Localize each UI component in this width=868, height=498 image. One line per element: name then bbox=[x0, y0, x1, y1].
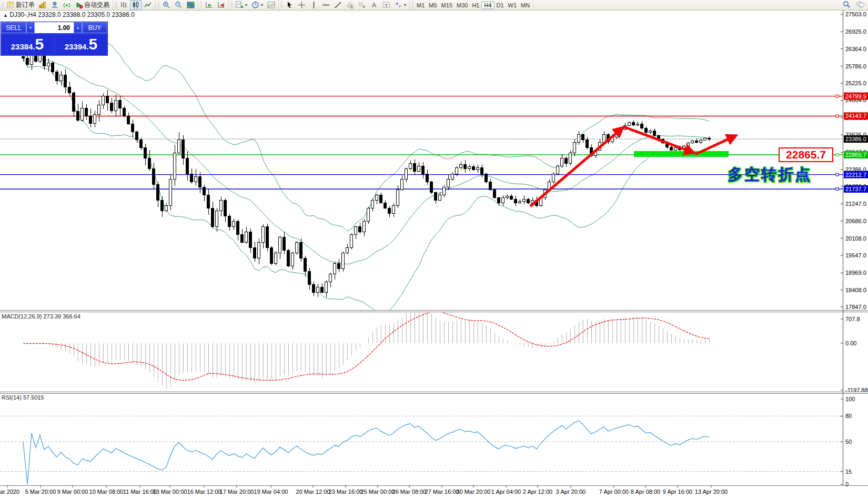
zoom-in-icon bbox=[163, 1, 170, 9]
svg-text:1 Apr 04:00: 1 Apr 04:00 bbox=[491, 489, 521, 495]
symbol-period: DJ30-,H4 bbox=[9, 11, 36, 18]
svg-text:19547.0: 19547.0 bbox=[845, 252, 866, 258]
svg-text:26 Mar 08:00: 26 Mar 08:00 bbox=[392, 489, 427, 495]
svg-text:2 Apr 12:00: 2 Apr 12:00 bbox=[523, 489, 552, 495]
svg-text:100: 100 bbox=[845, 396, 855, 402]
zoom-out-button[interactable] bbox=[173, 0, 185, 10]
macd-label: MACD(12,26,9) 273.39 366.64 bbox=[2, 313, 80, 320]
svg-text:21737.7: 21737.7 bbox=[845, 186, 866, 192]
timeframe-h4[interactable]: H4 bbox=[481, 2, 494, 9]
fibonacci-button[interactable]: F bbox=[356, 0, 368, 10]
timeframe-mn[interactable]: MN bbox=[519, 2, 532, 8]
svg-text:22865.7: 22865.7 bbox=[845, 152, 866, 158]
horizontal-line-button[interactable] bbox=[320, 0, 332, 10]
svg-text:20108.0: 20108.0 bbox=[845, 235, 866, 242]
ohlc-high: 23388.0 bbox=[63, 11, 85, 18]
buy-price[interactable]: 23394. 5 bbox=[55, 34, 107, 56]
charts-icon-icon bbox=[39, 1, 47, 9]
crosshair-button[interactable] bbox=[296, 0, 308, 10]
signals-icon[interactable] bbox=[61, 0, 73, 10]
svg-text:26925.0: 26925.0 bbox=[845, 28, 866, 35]
timeframe-d1[interactable]: D1 bbox=[494, 2, 506, 8]
profile-icon[interactable] bbox=[49, 0, 61, 10]
svg-text:27 Mar 16:00: 27 Mar 16:00 bbox=[425, 489, 459, 495]
svg-text:50: 50 bbox=[845, 439, 852, 445]
svg-text:24143.7: 24143.7 bbox=[845, 113, 866, 119]
chart-shift-button[interactable] bbox=[215, 0, 227, 10]
periods-button[interactable]: ▾ bbox=[249, 0, 265, 10]
signals-icon-icon bbox=[63, 1, 71, 9]
volume-input[interactable]: 1.00 bbox=[35, 22, 74, 33]
timeframe-m1[interactable]: M1 bbox=[415, 2, 427, 8]
svg-text:24799.9: 24799.9 bbox=[845, 93, 866, 99]
svg-text:10 Mar 08:00: 10 Mar 08:00 bbox=[89, 489, 124, 495]
price-label-21737.7: 21737.7 bbox=[844, 185, 868, 193]
chat-icon[interactable] bbox=[856, 1, 865, 10]
equidistant-channel-button[interactable]: E bbox=[344, 0, 356, 10]
text-button[interactable]: A bbox=[368, 0, 380, 10]
insert-group: ▾▾ bbox=[229, 0, 279, 10]
templates-button[interactable] bbox=[265, 0, 277, 10]
chart-type-group bbox=[113, 0, 156, 10]
tile-windows-button[interactable] bbox=[185, 0, 197, 10]
timeframe-m5[interactable]: M5 bbox=[427, 2, 439, 8]
zoom-in-button[interactable] bbox=[160, 0, 173, 10]
support-price-callout[interactable]: 22865.7 bbox=[779, 147, 833, 162]
timeframe-h1[interactable]: H1 bbox=[470, 2, 481, 8]
search-icon[interactable] bbox=[843, 1, 851, 10]
svg-text:11 Mar 16:00: 11 Mar 16:00 bbox=[123, 489, 157, 495]
cursor-button[interactable] bbox=[284, 0, 296, 10]
indicators-button[interactable]: ▾ bbox=[234, 0, 249, 10]
zoom-group bbox=[156, 0, 198, 10]
svg-text:21247.0: 21247.0 bbox=[845, 201, 866, 207]
svg-text:17 Mar 20:00: 17 Mar 20:00 bbox=[220, 489, 254, 495]
text-icon: A bbox=[370, 1, 378, 9]
candlestick-chart-button[interactable] bbox=[130, 0, 142, 10]
toolbar-button-label: 自动交易 bbox=[84, 1, 109, 9]
sell-price[interactable]: 23384. 5 bbox=[1, 34, 54, 56]
auto-scroll-button[interactable] bbox=[203, 0, 215, 10]
collapse-triangle-icon[interactable]: ▲ bbox=[3, 13, 8, 18]
ohlc-open: 23328.0 bbox=[38, 11, 60, 18]
trendline-button[interactable] bbox=[332, 0, 344, 10]
equidistant-channel-icon: E bbox=[346, 1, 354, 9]
price-label-24143.7: 24143.7 bbox=[844, 112, 868, 119]
svg-text:19 Mar 04:00: 19 Mar 04:00 bbox=[254, 489, 288, 495]
candlestick-chart-icon bbox=[132, 1, 140, 9]
svg-text:3 Apr 20:00: 3 Apr 20:00 bbox=[556, 489, 586, 495]
buy-button[interactable]: BUY bbox=[82, 22, 107, 33]
zoom-out-icon bbox=[175, 1, 183, 9]
volume-increase-button[interactable]: ▲ bbox=[74, 22, 82, 33]
crosshair-icon bbox=[298, 1, 306, 9]
price-label-24799.9: 24799.9 bbox=[844, 93, 868, 100]
timeframe-w1[interactable]: W1 bbox=[506, 2, 519, 8]
timeframe-m30[interactable]: M30 bbox=[455, 2, 470, 8]
chart-shift-icon bbox=[217, 1, 225, 9]
line-chart-button[interactable] bbox=[142, 0, 154, 10]
new-order-button[interactable]: 新订单 bbox=[5, 0, 37, 11]
templates-icon bbox=[267, 1, 275, 9]
chevron-down-icon: ▾ bbox=[404, 3, 406, 7]
new-order-icon bbox=[7, 1, 15, 9]
indicators-icon bbox=[236, 1, 244, 9]
auto-trading-button[interactable]: 自动交易 bbox=[73, 0, 112, 11]
svg-text:80: 80 bbox=[845, 413, 852, 419]
scroll-group bbox=[198, 0, 229, 10]
bar-chart-button[interactable] bbox=[118, 0, 130, 10]
svg-text:18408.0: 18408.0 bbox=[845, 287, 866, 293]
charts-icon[interactable] bbox=[37, 0, 49, 10]
text-label-button[interactable]: T bbox=[380, 0, 392, 10]
auto-scroll-icon bbox=[205, 1, 213, 9]
vertical-line-button[interactable] bbox=[308, 0, 320, 10]
price-label-23386: 23386.0 bbox=[844, 135, 868, 143]
pivot-annotation-text[interactable]: 多空转折点 bbox=[728, 164, 812, 185]
svg-text:26364.0: 26364.0 bbox=[845, 46, 866, 52]
arrows-button[interactable]: ▾ bbox=[392, 0, 408, 10]
timeframe-m15[interactable]: M15 bbox=[439, 2, 455, 8]
price-label-22212.7: 22212.7 bbox=[844, 171, 868, 178]
svg-text:7 Apr 00:00: 7 Apr 00:00 bbox=[599, 489, 629, 495]
sell-button[interactable]: SELL bbox=[1, 22, 26, 33]
vertical-line-icon bbox=[310, 1, 318, 9]
ohlc-low: 23305.0 bbox=[87, 11, 110, 18]
volume-decrease-button[interactable]: ▼ bbox=[26, 22, 35, 33]
